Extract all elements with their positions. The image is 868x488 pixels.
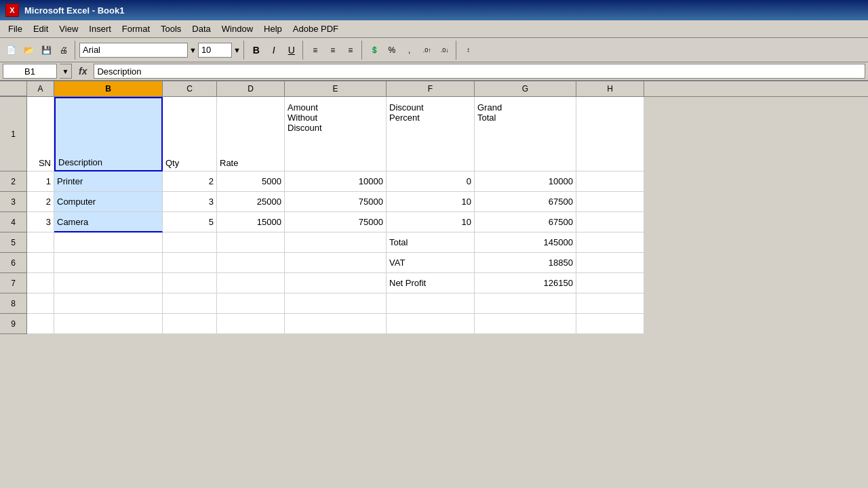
row-header-5[interactable]: 5 [0, 232, 27, 253]
cell-d7[interactable] [217, 273, 285, 293]
cell-ref-dropdown[interactable]: ▼ [60, 64, 72, 79]
menu-help[interactable]: Help [258, 22, 288, 35]
menu-tools[interactable]: Tools [155, 22, 186, 35]
cell-a4[interactable]: 3 [27, 212, 54, 232]
row-header-2[interactable]: 2 [0, 171, 27, 192]
font-dropdown-btn[interactable]: ▼ [189, 46, 197, 54]
row-header-9[interactable]: 9 [0, 314, 27, 334]
col-header-a[interactable]: A [27, 81, 54, 96]
percent-button[interactable]: % [384, 42, 400, 58]
cell-d2[interactable]: 5000 [217, 171, 285, 192]
cell-c7[interactable] [163, 273, 217, 293]
cell-f4[interactable]: 10 [387, 212, 475, 232]
cell-f1[interactable]: Discount Percent [387, 97, 475, 171]
row-header-4[interactable]: 4 [0, 212, 27, 232]
size-dropdown-btn[interactable]: ▼ [233, 46, 241, 54]
cell-f6[interactable]: VAT [387, 253, 475, 273]
cell-d3[interactable]: 25000 [217, 192, 285, 212]
cell-e1[interactable]: Amount Without Discount [285, 97, 387, 171]
cell-f2[interactable]: 0 [387, 171, 475, 192]
cell-d5[interactable] [217, 232, 285, 253]
cell-e7[interactable] [285, 273, 387, 293]
cell-a8[interactable] [27, 293, 54, 314]
menu-view[interactable]: View [54, 22, 83, 35]
cell-a3[interactable]: 2 [27, 192, 54, 212]
cell-g1[interactable]: Grand Total [475, 97, 576, 171]
row-header-6[interactable]: 6 [0, 253, 27, 273]
bold-button[interactable]: B [248, 42, 264, 58]
cell-a2[interactable]: 1 [27, 171, 54, 192]
cell-c2[interactable]: 2 [163, 171, 217, 192]
save-button[interactable]: 💾 [38, 42, 54, 58]
cell-d8[interactable] [217, 293, 285, 314]
cell-h8[interactable] [576, 293, 644, 314]
cell-c8[interactable] [163, 293, 217, 314]
cell-f5[interactable]: Total [387, 232, 475, 253]
col-header-b[interactable]: B [54, 81, 163, 96]
cell-g7[interactable]: 126150 [475, 273, 576, 293]
cell-reference-box[interactable]: B1 [3, 64, 57, 79]
cell-h4[interactable] [576, 212, 644, 232]
row-header-8[interactable]: 8 [0, 293, 27, 314]
cell-b8[interactable] [54, 293, 163, 314]
menu-adobe-pdf[interactable]: Adobe PDF [288, 22, 344, 35]
cell-c1[interactable]: Qty [163, 97, 217, 171]
cell-h1[interactable] [576, 97, 644, 171]
cell-b7[interactable] [54, 273, 163, 293]
print-button[interactable]: 🖨 [56, 42, 72, 58]
cell-g4[interactable]: 67500 [475, 212, 576, 232]
menu-edit[interactable]: Edit [28, 22, 54, 35]
col-header-h[interactable]: H [576, 81, 644, 96]
new-button[interactable]: 📄 [3, 42, 19, 58]
cell-b2[interactable]: Printer [54, 171, 163, 192]
cell-c3[interactable]: 3 [163, 192, 217, 212]
col-header-d[interactable]: D [217, 81, 285, 96]
cell-a1[interactable]: SN [27, 97, 54, 171]
align-center-button[interactable]: ≡ [325, 42, 341, 58]
cell-c9[interactable] [163, 314, 217, 334]
cell-e4[interactable]: 75000 [285, 212, 387, 232]
size-selector[interactable] [198, 43, 232, 58]
cell-h6[interactable] [576, 253, 644, 273]
cell-c5[interactable] [163, 232, 217, 253]
cell-d4[interactable]: 15000 [217, 212, 285, 232]
cell-d6[interactable] [217, 253, 285, 273]
formula-input[interactable] [94, 64, 865, 79]
col-header-c[interactable]: C [163, 81, 217, 96]
cell-b5[interactable] [54, 232, 163, 253]
cell-d1[interactable]: Rate [217, 97, 285, 171]
comma-button[interactable]: , [401, 42, 418, 58]
cell-a9[interactable] [27, 314, 54, 334]
row-header-3[interactable]: 3 [0, 192, 27, 212]
cell-e9[interactable] [285, 314, 387, 334]
cell-h3[interactable] [576, 192, 644, 212]
cell-g5[interactable]: 145000 [475, 232, 576, 253]
cell-g2[interactable]: 10000 [475, 171, 576, 192]
cell-f3[interactable]: 10 [387, 192, 475, 212]
col-header-e[interactable]: E [285, 81, 387, 96]
cell-d9[interactable] [217, 314, 285, 334]
cell-h2[interactable] [576, 171, 644, 192]
cell-a5[interactable] [27, 232, 54, 253]
align-right-button[interactable]: ≡ [342, 42, 359, 58]
cell-f8[interactable] [387, 293, 475, 314]
dec-decrease-button[interactable]: .0↓ [437, 42, 453, 58]
cell-g6[interactable]: 18850 [475, 253, 576, 273]
cell-b1[interactable]: Description [54, 97, 163, 171]
row-header-7[interactable]: 7 [0, 273, 27, 293]
cell-e5[interactable] [285, 232, 387, 253]
menu-insert[interactable]: Insert [83, 22, 117, 35]
cell-c4[interactable]: 5 [163, 212, 217, 232]
cell-b6[interactable] [54, 253, 163, 273]
row-header-1[interactable]: 1 [0, 97, 27, 171]
open-button[interactable]: 📂 [20, 42, 37, 58]
font-selector[interactable] [79, 43, 188, 58]
align-left-button[interactable]: ≡ [307, 42, 323, 58]
cell-a6[interactable] [27, 253, 54, 273]
cell-h5[interactable] [576, 232, 644, 253]
cell-a7[interactable] [27, 273, 54, 293]
menu-data[interactable]: Data [186, 22, 216, 35]
menu-file[interactable]: File [3, 22, 28, 35]
menu-window[interactable]: Window [216, 22, 258, 35]
italic-button[interactable]: I [266, 42, 282, 58]
